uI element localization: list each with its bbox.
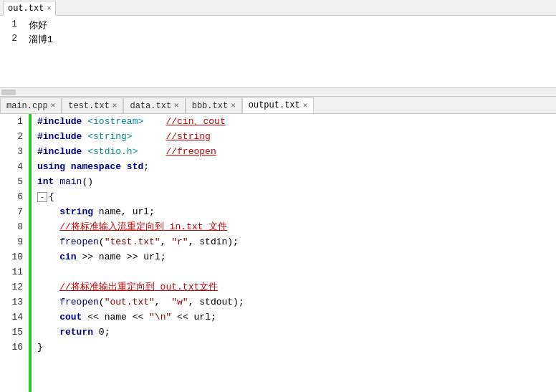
code-line-13: freopen("out.txt", "w", stdout);	[37, 295, 550, 310]
tab-label-main-cpp: main.cpp	[6, 101, 48, 111]
output-line-1: 1 你好	[6, 19, 550, 32]
line-num-10: 10	[6, 249, 23, 264]
line-num-9: 9	[6, 234, 23, 249]
output-file-tab[interactable]: out.txt ✕	[3, 1, 56, 16]
output-content: 1 你好 2 淄博1	[0, 16, 556, 87]
tab-close-main-cpp[interactable]: ✕	[51, 102, 56, 110]
code-line-4: using namespace std;	[37, 159, 550, 174]
code-line-15: return 0;	[37, 325, 550, 340]
code-line-10: cin >> name >> url;	[37, 249, 550, 264]
tab-label-bbb-txt: bbb.txt	[192, 101, 228, 111]
line-num-6: 6	[6, 189, 23, 204]
fold-icon-6[interactable]: -	[37, 192, 47, 202]
tab-data-txt[interactable]: data.txt ✕	[123, 97, 185, 113]
line-num-1: 1	[6, 114, 23, 129]
code-line-9: freopen("test.txt", "r", stdin);	[37, 234, 550, 249]
tab-close-test-txt[interactable]: ✕	[112, 102, 118, 110]
line-num-2: 2	[6, 129, 23, 144]
line-num-8: 8	[6, 219, 23, 234]
line-num-14: 14	[6, 310, 23, 325]
code-line-12: //将标准输出重定向到 out.txt文件	[37, 279, 550, 295]
code-line-2: #include <string> //string	[37, 129, 550, 144]
code-line-1: #include <iostream> //cin、cout	[37, 114, 550, 129]
line-num-11: 11	[6, 264, 23, 279]
code-line-14: cout << name << "\n" << url;	[37, 310, 550, 325]
tab-close-data-txt[interactable]: ✕	[174, 102, 179, 110]
line-num-3: 3	[6, 144, 23, 159]
code-line-11	[37, 264, 550, 279]
tab-bbb-txt[interactable]: bbb.txt ✕	[186, 97, 242, 113]
output-text-2: 淄博1	[29, 33, 53, 46]
line-num-13: 13	[6, 295, 23, 310]
output-line-2: 2 淄博1	[6, 33, 550, 46]
line-num-12: 12	[6, 279, 23, 295]
tab-test-txt[interactable]: test.txt ✕	[62, 97, 123, 113]
code-editor[interactable]: #include <iostream> //cin、cout #include …	[32, 114, 556, 392]
scroll-thumb-output[interactable]	[1, 90, 16, 95]
line-num-15: 15	[6, 325, 23, 340]
line-num-16: 16	[6, 340, 23, 355]
code-line-6: -{	[37, 189, 550, 204]
output-panel: out.txt ✕ 1 你好 2 淄博1	[0, 0, 556, 97]
output-tab-close[interactable]: ✕	[47, 5, 51, 12]
editor-area: 1 2 3 4 5 6 7 8 9 10 11 12 13 14 15 16 #…	[0, 114, 556, 392]
code-line-16: }	[37, 340, 550, 355]
tab-close-output-txt[interactable]: ✕	[303, 102, 308, 110]
line-num-5: 5	[6, 174, 23, 189]
line-num-4: 4	[6, 159, 23, 174]
output-text-1: 你好	[29, 19, 47, 32]
editor-tab-bar: main.cpp ✕ test.txt ✕ data.txt ✕ bbb.txt…	[0, 97, 556, 114]
output-line-num-1: 1	[6, 19, 17, 32]
line-num-7: 7	[6, 204, 23, 219]
output-line-num-2: 2	[6, 33, 17, 46]
tab-label-test-txt: test.txt	[68, 101, 110, 111]
tab-output-txt[interactable]: output.txt ✕	[242, 97, 315, 113]
code-line-5: int main()	[37, 174, 550, 189]
output-tab-bar: out.txt ✕	[0, 0, 556, 16]
output-tab-label: out.txt	[8, 4, 44, 14]
horizontal-scrollbar-output[interactable]	[0, 87, 556, 96]
code-line-7: string name, url;	[37, 204, 550, 219]
code-line-3: #include <stdio.h> //freopen	[37, 144, 550, 159]
line-numbers: 1 2 3 4 5 6 7 8 9 10 11 12 13 14 15 16	[0, 114, 29, 392]
tab-label-data-txt: data.txt	[130, 101, 171, 111]
tab-label-output-txt: output.txt	[249, 100, 300, 110]
tab-main-cpp[interactable]: main.cpp ✕	[0, 97, 62, 113]
code-line-8: //将标准输入流重定向到 in.txt 文件	[37, 219, 550, 234]
tab-close-bbb-txt[interactable]: ✕	[231, 102, 236, 110]
